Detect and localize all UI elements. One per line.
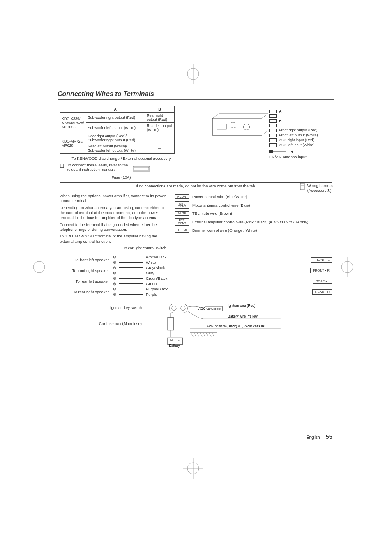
polarity-neg-icon: ⊖ — [113, 255, 116, 259]
speaker-dest: To rear right speaker — [60, 290, 109, 294]
illumi-label: Dimmer control wire (Orange / White) — [192, 228, 332, 233]
polarity-neg-icon: ⊖ — [113, 287, 116, 291]
wire-color: Green/Black — [146, 276, 167, 281]
polarity-neg-icon: ⊖ — [113, 276, 116, 281]
svg-rect-13 — [134, 167, 149, 170]
antenna-plug-icon — [269, 150, 286, 154]
polarity-pos-icon: ⊕ — [113, 292, 116, 297]
svg-line-43 — [194, 333, 196, 337]
page-number: 55 — [325, 433, 332, 440]
front-left-label: Front left output (White) — [279, 133, 318, 137]
ignition-diagram-icon: ACC Car fuse box Ignition wire (Red) Bat… — [146, 302, 332, 348]
svg-rect-36 — [168, 318, 174, 330]
rca-icon — [269, 129, 277, 132]
rca-icon — [269, 143, 277, 147]
cell: Rear right output (Red) — [145, 113, 174, 123]
speaker-tag: REAR • R — [312, 289, 332, 295]
svg-marker-15 — [213, 114, 268, 118]
cell: Subwoofer left output (White) — [86, 123, 145, 133]
power-amp-note: When using the optional power amplifier,… — [60, 193, 166, 204]
speaker-tag: REAR • L — [313, 279, 332, 284]
svg-rect-50 — [168, 338, 183, 345]
pcont-tag: P.CONT — [175, 194, 189, 199]
tel-mute-note: Connect to the terminal that is grounded… — [60, 222, 166, 233]
model-cell: KDC-MP728/ MP628 — [60, 133, 86, 154]
rca-icon — [269, 110, 277, 113]
svg-rect-26 — [169, 304, 187, 313]
front-right-label: Front right output (Red) — [279, 128, 318, 132]
pcont-label: Power control wire (Blue/White) — [192, 194, 332, 199]
svg-line-49 — [212, 333, 214, 337]
svg-line-46 — [203, 333, 205, 337]
svg-text:Ignition wire (Red): Ignition wire (Red) — [228, 304, 256, 308]
connector-port-icon — [131, 162, 156, 175]
cell: Rear right output (Red)/ Subwoofer right… — [86, 133, 145, 143]
no-connections-warning: If no connections are made, do not let t… — [60, 182, 332, 189]
footer-lang: English — [307, 435, 320, 440]
wire-color: Gray — [146, 271, 154, 275]
mute-label: TEL mute wire (Brown) — [192, 211, 332, 216]
cell: Rear left output (White)/ Subwoofer left… — [86, 143, 145, 154]
svg-text:Car fuse box: Car fuse box — [206, 308, 221, 311]
svg-text:−: − — [178, 339, 180, 342]
cell: — — [145, 143, 174, 154]
aux-right-label: AUX right input (Red) — [279, 138, 314, 142]
cell: — — [145, 133, 174, 143]
svg-text:Battery wire (Yellow): Battery wire (Yellow) — [228, 315, 259, 318]
car-light-note: To car light control switch — [60, 246, 166, 251]
footer-sep: | — [322, 435, 323, 440]
svg-rect-21 — [269, 150, 273, 153]
ignition-key-label: Ignition key switch — [60, 305, 142, 310]
speaker-row: To front left speaker ⊖ White/Black ⊕ Wh… — [60, 255, 332, 265]
cell: Rear left output (White) — [145, 123, 174, 133]
rca-icon — [269, 138, 277, 142]
extcont-tag: EXT. CONT — [175, 218, 189, 226]
col-b-header: B — [145, 106, 174, 113]
antenna-note: Depending on what antenna you are using,… — [60, 205, 166, 221]
speaker-dest: To front left speaker — [60, 258, 109, 262]
svg-text:ACC: ACC — [198, 307, 205, 311]
polarity-pos-icon: ⊕ — [113, 260, 116, 265]
output-table: A B KDC-X889/ X789/MP828/ MP7028 Subwoof… — [60, 106, 175, 154]
connect-leads-note: To connect these leads, refer to the rel… — [67, 163, 129, 172]
page-footer: English | 55 — [307, 433, 332, 440]
polarity-pos-icon: ⊕ — [113, 271, 116, 275]
illumi-tag: ILLUMI — [175, 228, 189, 233]
fuse-label: Fuse (10A) — [60, 175, 183, 180]
page-title: Connecting Wires to Terminals — [58, 90, 334, 100]
svg-text:+: + — [171, 339, 172, 342]
fm-am-label: FM/AM antenna input — [269, 154, 351, 159]
wire-color: White — [146, 260, 156, 265]
harness-label: Wiring harness — [307, 183, 333, 188]
rca-icon — [269, 134, 277, 137]
aux-left-label: AUX left input (White) — [279, 143, 315, 147]
wire-color: Purple — [146, 292, 157, 297]
antcont-label: Motor antenna control wire (Blue) — [192, 203, 332, 207]
rca-icon — [269, 114, 277, 118]
wire-color: Green — [146, 281, 157, 286]
svg-text:FRONT: FRONT — [231, 122, 236, 124]
speaker-row: To front right speaker ⊖ Gray/Black ⊕ Gr… — [60, 265, 332, 275]
mute-tag: MUTE — [175, 211, 189, 216]
speaker-dest: To rear left speaker — [60, 279, 109, 283]
svg-rect-23 — [300, 183, 304, 190]
speaker-row: To rear right speaker ⊖ Purple/Black ⊕ P… — [60, 287, 332, 297]
svg-line-45 — [200, 333, 203, 337]
svg-point-27 — [172, 306, 176, 311]
polarity-pos-icon: ⊕ — [113, 281, 116, 286]
col-a-header: A — [86, 106, 145, 113]
extcont-label: External amplifier control wire (Pink / … — [192, 220, 332, 224]
speaker-dest: To front right speaker — [60, 268, 109, 273]
speaker-tag: FRONT • L — [311, 257, 332, 263]
svg-text:Ground wire (Black) ⊖ (To car : Ground wire (Black) ⊖ (To car chassis) — [207, 325, 265, 328]
polarity-neg-icon: ⊖ — [113, 265, 116, 270]
speaker-row: To rear left speaker ⊖ Green/Black ⊕ Gre… — [60, 276, 332, 286]
rca-icon — [269, 119, 277, 123]
wire-color: White/Black — [146, 255, 166, 259]
ext-amp-note: To "EXT.AMP.CONT." terminal of the ampli… — [60, 234, 166, 244]
model-cell: KDC-X889/ X789/MP828/ MP7028 — [60, 113, 86, 133]
svg-text:AUX IN: AUX IN — [231, 127, 236, 129]
svg-point-28 — [181, 306, 185, 311]
harness-accessory-label: (Accessory①) — [307, 188, 333, 193]
output-a-label: A — [279, 109, 282, 113]
